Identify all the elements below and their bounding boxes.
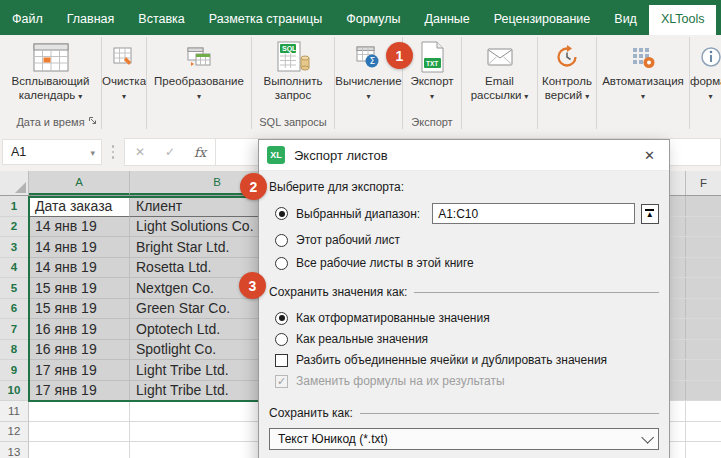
- run-query-label-line2: запрос: [275, 88, 311, 102]
- checkbox-replace-formulas: ✓ Заменить формулы на их результаты: [269, 374, 659, 388]
- calendar-icon: [32, 40, 70, 74]
- tab-review[interactable]: Рецензирование: [482, 5, 603, 35]
- cell-a2[interactable]: 14 янв 19: [29, 217, 130, 238]
- dialog-title-bar: XL Экспорт листов ✕: [259, 140, 669, 171]
- group-label-empty: [462, 114, 537, 129]
- formula-bar-splitter[interactable]: [102, 145, 124, 159]
- xltools-logo-icon: XL: [267, 146, 285, 164]
- group-label-empty: [597, 114, 689, 129]
- cancel-entry-icon[interactable]: ✕: [125, 145, 155, 159]
- group-label-empty: [147, 114, 251, 129]
- row-header-11[interactable]: 11: [0, 401, 29, 422]
- cell-a1[interactable]: Дата заказа: [29, 196, 130, 217]
- tab-home[interactable]: Главная: [55, 5, 127, 35]
- tab-page-layout[interactable]: Разметка страницы: [197, 5, 334, 35]
- row-header-6[interactable]: 6: [0, 299, 29, 320]
- dropdown-arrow-icon: [641, 88, 645, 104]
- dialog-launcher-icon[interactable]: [88, 116, 98, 126]
- tab-file[interactable]: Файл: [0, 5, 55, 35]
- cell-a12[interactable]: [29, 422, 130, 443]
- cleaning-button[interactable]: Очистка: [102, 37, 146, 114]
- info-button[interactable]: Информация: [690, 37, 721, 114]
- tab-data[interactable]: Данные: [413, 5, 482, 35]
- group-label-date-time: Дата и время: [0, 114, 101, 129]
- column-header-a[interactable]: A: [29, 171, 130, 195]
- automation-label: Автоматизация: [602, 74, 684, 88]
- info-label: Информация: [690, 74, 721, 88]
- cell-a9[interactable]: 17 янв 19: [29, 360, 130, 381]
- cell-a5[interactable]: 15 янв 19: [29, 278, 130, 299]
- row-header-8[interactable]: 8: [0, 340, 29, 361]
- row-header-3[interactable]: 3: [0, 237, 29, 258]
- checkbox-label: Заменить формулы на их результаты: [296, 374, 505, 388]
- transform-label: Преобразование: [154, 74, 244, 88]
- tab-xltools[interactable]: XLTools: [649, 5, 717, 35]
- cell-a3[interactable]: 14 янв 19: [29, 237, 130, 258]
- cell-a7[interactable]: 16 янв 19: [29, 319, 130, 340]
- ribbon-group-info: Информация: [690, 37, 721, 129]
- cell-a8[interactable]: 16 янв 19: [29, 340, 130, 361]
- cell-a13[interactable]: [29, 442, 130, 458]
- run-query-button[interactable]: SQL Выполнить запрос: [263, 37, 322, 114]
- radio-formatted-values[interactable]: Как отформатированные значения: [269, 311, 659, 325]
- envelope-icon: [486, 40, 514, 74]
- version-control-button[interactable]: Контроль версий: [542, 37, 592, 114]
- section-label-save-as: Сохранить как:: [269, 406, 659, 420]
- tab-formulas[interactable]: Формулы: [334, 5, 412, 35]
- row-header-5[interactable]: 5: [0, 278, 29, 299]
- export-button[interactable]: TXT Экспорт: [410, 37, 453, 114]
- radio-all-worksheets[interactable]: Все рабочие листы в этой книге: [269, 256, 659, 270]
- cell-a4[interactable]: 14 янв 19: [29, 258, 130, 279]
- file-type-dropdown[interactable]: Текст Юникод (*.txt): [269, 428, 659, 450]
- row-header-10[interactable]: 10: [0, 381, 29, 402]
- row-header-9[interactable]: 9: [0, 360, 29, 381]
- row-header-2[interactable]: 2: [0, 217, 29, 238]
- cell-a10[interactable]: 17 янв 19: [29, 381, 130, 402]
- row-header-1[interactable]: 1: [0, 196, 29, 217]
- cell-a6[interactable]: 15 янв 19: [29, 299, 130, 320]
- info-icon: [699, 40, 721, 74]
- row-header-7[interactable]: 7: [0, 319, 29, 340]
- name-box-value: A1: [11, 145, 26, 159]
- automation-button[interactable]: Автоматизация: [602, 37, 684, 114]
- radio-selected-range[interactable]: Выбранный диапазон: A1:C10 ▲: [269, 203, 659, 224]
- export-label: Экспорт: [410, 74, 453, 88]
- confirm-entry-icon[interactable]: ✓: [155, 145, 185, 159]
- transform-button[interactable]: Преобразование: [154, 37, 244, 114]
- column-header-f[interactable]: F: [686, 171, 721, 195]
- select-all-corner[interactable]: [0, 171, 29, 195]
- dropdown-arrow-icon: [582, 89, 589, 101]
- svg-text:SQL: SQL: [282, 45, 297, 53]
- ribbon-group-date-time: Всплывающий календарь Дата и время: [0, 37, 102, 129]
- group-label-sql: SQL запросы: [252, 114, 334, 129]
- group-label-export: Экспорт: [403, 114, 461, 129]
- checkbox-split-merged-cells[interactable]: Разбить объединенные ячейки и дублироват…: [269, 353, 659, 367]
- radio-this-worksheet[interactable]: Этот рабочий лист: [269, 233, 659, 247]
- tab-view[interactable]: Вид: [602, 5, 649, 35]
- row-header-12[interactable]: 12: [0, 422, 29, 443]
- svg-text:TXT: TXT: [426, 60, 438, 67]
- range-picker-arrow-icon: ▲: [646, 211, 654, 219]
- xltools-ribbon: Всплывающий календарь Дата и время: [0, 35, 721, 134]
- name-box[interactable]: A1: [2, 139, 102, 165]
- tab-insert[interactable]: Вставка: [126, 5, 196, 35]
- name-box-dropdown-icon[interactable]: [90, 145, 95, 159]
- row-header-4[interactable]: 4: [0, 258, 29, 279]
- email-merge-button[interactable]: Email рассылки: [471, 37, 529, 114]
- checkbox-checked-icon: ✓: [275, 375, 288, 388]
- group-label-empty: [102, 114, 146, 129]
- step-badge-1: 1: [386, 42, 413, 69]
- ribbon-group-automation: Автоматизация: [597, 37, 690, 129]
- ribbon-group-email: Email рассылки: [462, 37, 538, 129]
- radio-button-icon: [275, 257, 288, 270]
- insert-function-icon[interactable]: fx: [185, 145, 215, 160]
- popup-calendar-button[interactable]: Всплывающий календарь: [12, 37, 90, 114]
- row-header-13[interactable]: 13: [0, 442, 29, 458]
- checkbox-label: Разбить объединенные ячейки и дублироват…: [296, 353, 607, 367]
- radio-real-values[interactable]: Как реальные значения: [269, 332, 659, 346]
- range-input[interactable]: A1:C10: [432, 203, 634, 224]
- close-icon[interactable]: ✕: [638, 146, 661, 165]
- range-picker-button[interactable]: ▲: [641, 204, 660, 224]
- radio-label: Как реальные значения: [296, 332, 428, 346]
- cell-a11[interactable]: [29, 401, 130, 422]
